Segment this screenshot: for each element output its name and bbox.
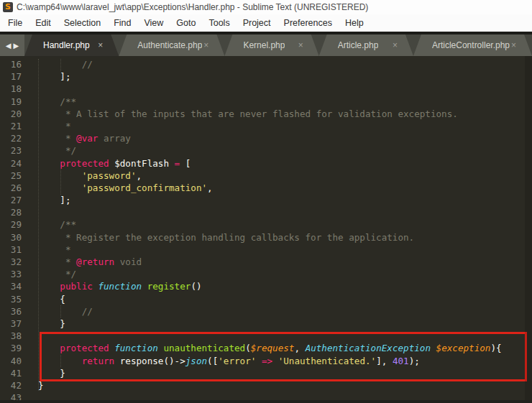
code-line: 31 * bbox=[0, 244, 532, 256]
menu-help[interactable]: Help bbox=[339, 18, 370, 28]
line-number: 25 bbox=[0, 170, 22, 182]
code-text: } bbox=[38, 379, 44, 392]
code-text: // bbox=[38, 305, 93, 318]
menu-view[interactable]: View bbox=[137, 18, 170, 28]
code-line: 25 'password', bbox=[0, 170, 532, 182]
next-tab-icon[interactable]: ▶ bbox=[14, 42, 19, 50]
code-line: 35 { bbox=[0, 293, 532, 305]
tab-label: Kernel.php bbox=[243, 40, 285, 50]
line-number: 33 bbox=[0, 268, 22, 280]
close-icon[interactable]: × bbox=[510, 40, 518, 50]
code-line: 33 */ bbox=[0, 268, 532, 280]
tab-bar: ◀ ▶ Handler.php × Authenticate.php × Ker… bbox=[0, 32, 532, 56]
line-number: 29 bbox=[0, 218, 22, 231]
window-bottom-edge bbox=[0, 400, 532, 403]
menu-find[interactable]: Find bbox=[107, 18, 137, 28]
tab-row: ◀ ▶ Handler.php × Authenticate.php × Ker… bbox=[0, 34, 532, 56]
line-number: 42 bbox=[0, 379, 22, 392]
tab-articlecontroller-php[interactable]: ArticleController.php × bbox=[413, 34, 532, 56]
code-editor[interactable]: 16 //17 ];1819 /**20 * A list of the inp… bbox=[0, 56, 532, 403]
line-number: 26 bbox=[0, 182, 22, 194]
code-line: 26 'password_confirmation', bbox=[0, 182, 532, 194]
line-number: 17 bbox=[0, 70, 22, 83]
line-number: 28 bbox=[0, 206, 22, 218]
close-icon[interactable]: × bbox=[297, 40, 305, 50]
code-line: 22 * @var array bbox=[0, 132, 532, 144]
code-line: 41 } bbox=[0, 367, 532, 379]
code-line: 23 */ bbox=[0, 144, 532, 157]
prev-tab-icon[interactable]: ◀ bbox=[6, 42, 12, 50]
line-number: 41 bbox=[0, 367, 22, 379]
menu-preferences[interactable]: Preferences bbox=[278, 18, 339, 28]
line-number: 39 bbox=[0, 342, 22, 354]
code-line: 28 bbox=[0, 206, 532, 218]
line-number: 16 bbox=[0, 58, 22, 70]
code-line: 36 // bbox=[0, 305, 532, 318]
tab-article-php[interactable]: Article.php × bbox=[319, 34, 413, 56]
menu-project[interactable]: Project bbox=[237, 18, 278, 28]
code-text: * bbox=[38, 120, 71, 132]
line-number: 40 bbox=[0, 355, 22, 367]
menu-selection[interactable]: Selection bbox=[58, 18, 107, 28]
code-text: } bbox=[38, 318, 65, 330]
line-number: 34 bbox=[0, 280, 22, 292]
menu-bar: File Edit Selection Find View Goto Tools… bbox=[0, 14, 532, 32]
code-text: * @var array bbox=[38, 132, 131, 144]
line-number: 23 bbox=[0, 144, 22, 157]
tab-nav-arrows: ◀ ▶ bbox=[0, 34, 24, 56]
tab-authenticate-php[interactable]: Authenticate.php × bbox=[119, 34, 224, 56]
code-line: 19 /** bbox=[0, 96, 532, 108]
code-line: 37 } bbox=[0, 318, 532, 330]
code-line: 16 // bbox=[0, 58, 532, 70]
line-number: 24 bbox=[0, 157, 22, 170]
tab-kernel-php[interactable]: Kernel.php × bbox=[224, 34, 318, 56]
line-number: 22 bbox=[0, 132, 22, 144]
code-lines: 16 //17 ];1819 /**20 * A list of the inp… bbox=[0, 58, 532, 403]
tab-label: ArticleController.php bbox=[432, 40, 510, 50]
code-text: */ bbox=[38, 144, 76, 157]
code-text: // bbox=[38, 58, 93, 70]
code-text: * bbox=[38, 244, 71, 256]
line-number: 32 bbox=[0, 256, 22, 268]
code-text: ]; bbox=[38, 194, 71, 206]
code-line: 20 * A list of the inputs that are never… bbox=[0, 108, 532, 120]
tab-label: Authenticate.php bbox=[137, 40, 202, 50]
menu-goto[interactable]: Goto bbox=[170, 18, 202, 28]
line-number: 21 bbox=[0, 120, 22, 132]
line-number: 18 bbox=[0, 83, 22, 95]
code-line: 32 * @return void bbox=[0, 256, 532, 268]
scrollbar[interactable] bbox=[525, 56, 532, 403]
code-line: 39 protected function unauthenticated($r… bbox=[0, 342, 532, 354]
tab-label: Handler.php bbox=[43, 40, 90, 50]
code-text: * @return void bbox=[38, 256, 142, 268]
code-text: return response()->json(['error' => 'Una… bbox=[38, 355, 420, 367]
line-number: 35 bbox=[0, 293, 22, 305]
menu-file[interactable]: File bbox=[1, 18, 29, 28]
code-text: * A list of the inputs that are never fl… bbox=[38, 108, 458, 120]
line-number: 20 bbox=[0, 108, 22, 120]
code-line: 27 ]; bbox=[0, 194, 532, 206]
code-line: 18 bbox=[0, 83, 532, 95]
code-text: * Register the exception handling callba… bbox=[38, 231, 414, 244]
line-number: 19 bbox=[0, 96, 22, 108]
sublime-logo-icon: S bbox=[3, 2, 13, 12]
close-icon[interactable]: × bbox=[391, 40, 399, 50]
code-line: 30 * Register the exception handling cal… bbox=[0, 231, 532, 244]
code-text: protected function unauthenticated($requ… bbox=[38, 342, 502, 354]
window-title: C:\wamp64\www\laravel_jwt\app\Exceptions… bbox=[17, 2, 368, 12]
code-line: 34 public function register() bbox=[0, 280, 532, 292]
line-number: 37 bbox=[0, 318, 22, 330]
close-icon[interactable]: × bbox=[202, 40, 210, 50]
code-text: 'password_confirmation', bbox=[38, 182, 213, 194]
menu-edit[interactable]: Edit bbox=[29, 18, 58, 28]
title-bar: S C:\wamp64\www\laravel_jwt\app\Exceptio… bbox=[0, 0, 532, 14]
code-text: */ bbox=[38, 268, 76, 280]
menu-tools[interactable]: Tools bbox=[202, 18, 236, 28]
code-text: ]; bbox=[38, 70, 71, 83]
line-number: 38 bbox=[0, 330, 22, 342]
code-line: 21 * bbox=[0, 120, 532, 132]
code-line: 42} bbox=[0, 379, 532, 392]
close-icon[interactable]: × bbox=[96, 40, 104, 50]
tab-handler-php[interactable]: Handler.php × bbox=[24, 34, 119, 56]
code-text: /** bbox=[38, 218, 76, 231]
